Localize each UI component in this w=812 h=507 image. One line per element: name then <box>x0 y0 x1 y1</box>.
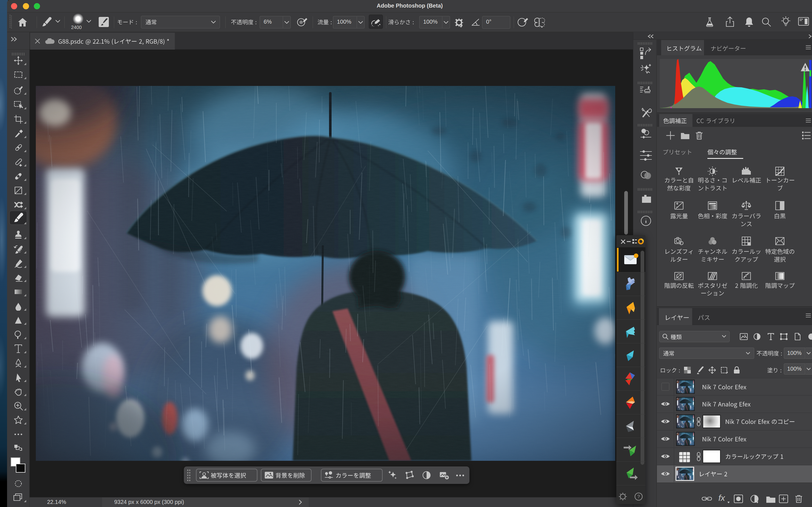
svg-text:?: ? <box>637 494 640 499</box>
